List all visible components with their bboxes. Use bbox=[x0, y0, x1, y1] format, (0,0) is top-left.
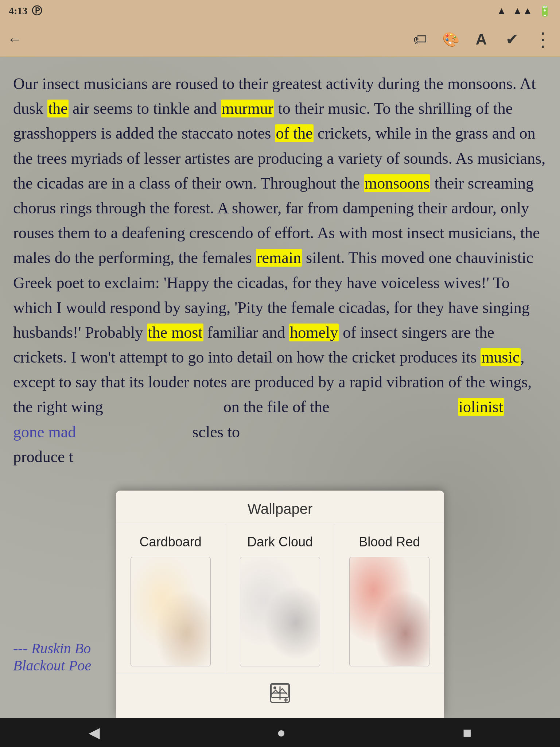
highlight-homely: homely bbox=[289, 324, 339, 341]
bookmark-icon[interactable]: 🏷 bbox=[410, 29, 430, 50]
nav-home-button[interactable]: ● bbox=[277, 724, 285, 741]
toolbar: ← 🏷 🎨 A ✔ ⋮ bbox=[0, 22, 560, 57]
wallpaper-option-dark-cloud[interactable]: Dark Cloud bbox=[225, 524, 335, 674]
book-content: Our insect musicians are roused to their… bbox=[0, 57, 560, 718]
highlighted-line-gone-mad: gone mad bbox=[13, 423, 76, 441]
wallpaper-footer bbox=[116, 674, 444, 718]
status-bar: 4:13 Ⓟ ▲ ▲▲ 🔋 bbox=[0, 0, 560, 22]
highlight-the-most: the most bbox=[147, 324, 203, 341]
wallpaper-options-container: Cardboard Dark Cloud Blood Red bbox=[116, 524, 444, 674]
highlight-music: music bbox=[481, 348, 520, 366]
status-time: 4:13 bbox=[9, 5, 27, 17]
back-button[interactable]: ← bbox=[7, 31, 22, 48]
battery-icon: 🔋 bbox=[538, 5, 551, 17]
wifi-icon: ▲ bbox=[497, 5, 507, 17]
highlight-violinist: iolinist bbox=[458, 398, 504, 416]
status-p-icon: Ⓟ bbox=[32, 4, 42, 18]
blood-red-label: Blood Red bbox=[359, 534, 420, 550]
dark-cloud-label: Dark Cloud bbox=[247, 534, 313, 550]
font-icon[interactable]: A bbox=[471, 29, 491, 50]
add-wallpaper-button[interactable] bbox=[270, 683, 290, 708]
highlight-the: the bbox=[47, 100, 69, 117]
svg-point-4 bbox=[273, 686, 276, 689]
cardboard-label: Cardboard bbox=[140, 534, 202, 550]
wallpaper-title: Wallpaper bbox=[116, 491, 444, 524]
dark-cloud-thumbnail bbox=[240, 557, 320, 666]
checkmark-icon[interactable]: ✔ bbox=[502, 29, 522, 50]
bottom-navigation: ◀ ● ■ bbox=[0, 718, 560, 747]
wallpaper-dialog: Wallpaper Cardboard Dark Cloud Blood Red bbox=[116, 491, 444, 718]
cardboard-thumbnail bbox=[131, 557, 211, 666]
more-options-icon[interactable]: ⋮ bbox=[532, 29, 553, 50]
wallpaper-option-cardboard[interactable]: Cardboard bbox=[116, 524, 225, 674]
highlight-murmur: murmur bbox=[221, 100, 274, 117]
nav-recent-button[interactable]: ■ bbox=[463, 724, 471, 741]
attribution-text: --- Ruskin BoBlackout Poe bbox=[13, 640, 91, 674]
highlight-of-the: of the bbox=[275, 124, 313, 142]
wallpaper-option-blood-red[interactable]: Blood Red bbox=[335, 524, 444, 674]
palette-icon[interactable]: 🎨 bbox=[440, 29, 461, 50]
signal-icon: ▲▲ bbox=[513, 5, 533, 17]
blood-red-thumbnail bbox=[349, 557, 429, 666]
highlight-remain: remain bbox=[256, 249, 302, 267]
book-paragraph: Our insect musicians are roused to their… bbox=[13, 71, 547, 469]
highlight-monsoons: monsoons bbox=[364, 174, 430, 192]
nav-back-button[interactable]: ◀ bbox=[89, 724, 100, 741]
